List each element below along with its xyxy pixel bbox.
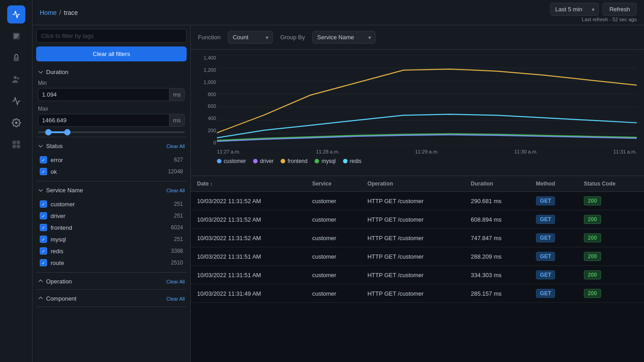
service-route-checkbox[interactable] bbox=[40, 259, 47, 266]
main-content: Home / trace Last 5 min Last 15 min Last… bbox=[33, 0, 644, 362]
group-by-select[interactable]: Service Name Operation Status Code bbox=[312, 31, 376, 44]
service-name-item-route: route 2510 bbox=[38, 257, 185, 269]
duration-min-input[interactable] bbox=[38, 88, 169, 101]
status-clear-link[interactable]: Clear All bbox=[166, 144, 185, 149]
service-name-section-header[interactable]: Service Name Clear All bbox=[36, 182, 187, 198]
cell-status: 200 bbox=[578, 229, 644, 247]
breadcrumb-home[interactable]: Home bbox=[40, 9, 56, 16]
cell-service: customer bbox=[306, 284, 361, 303]
cell-date: 10/03/2022 11:31:49 AM bbox=[191, 284, 306, 303]
service-customer-checkbox[interactable] bbox=[40, 200, 47, 208]
refresh-button[interactable]: Refresh bbox=[602, 3, 637, 16]
status-filter-section: Status Clear All error 627 bbox=[36, 138, 187, 181]
duration-range-slider[interactable] bbox=[38, 131, 185, 133]
header: Home / trace Last 5 min Last 15 min Last… bbox=[33, 0, 644, 25]
status-section-header[interactable]: Status Clear All bbox=[36, 138, 187, 154]
component-section-title: Component bbox=[38, 295, 76, 302]
clear-all-filters-button[interactable]: Clear all filters bbox=[36, 46, 187, 61]
col-header-date[interactable]: Date bbox=[191, 176, 306, 192]
service-frontend-checkbox[interactable] bbox=[40, 224, 47, 231]
time-range-select[interactable]: Last 5 min Last 15 min Last 30 min Last … bbox=[550, 3, 599, 16]
duration-section-header[interactable]: Duration bbox=[36, 64, 187, 80]
service-name-title-label: Service Name bbox=[46, 187, 83, 194]
status-item-ok-left: ok bbox=[40, 168, 57, 175]
duration-min-row: Min ms bbox=[38, 80, 185, 101]
table-body: 10/03/2022 11:31:52 AM customer HTTP GET… bbox=[191, 192, 644, 303]
duration-section-title: Duration bbox=[38, 69, 68, 75]
service-name-item-customer: customer 251 bbox=[38, 198, 185, 210]
service-mysql-checkbox[interactable] bbox=[40, 236, 47, 243]
service-redis-checkbox[interactable] bbox=[40, 247, 47, 255]
breadcrumb: Home / trace bbox=[40, 9, 78, 16]
function-select[interactable]: Count Sum Avg bbox=[228, 31, 273, 44]
operation-clear-link[interactable]: Clear All bbox=[166, 279, 185, 284]
nav-icon-activity[interactable] bbox=[7, 5, 25, 23]
nav-icon-people[interactable] bbox=[7, 70, 25, 88]
cell-service: customer bbox=[306, 229, 361, 247]
chart-area: 1,400 1,200 1,000 800 600 400 200 0 bbox=[191, 50, 644, 176]
function-select-wrapper: Count Sum Avg bbox=[228, 31, 273, 44]
header-actions: Last 5 min Last 15 min Last 30 min Last … bbox=[550, 3, 637, 16]
duration-max-row: Max ms bbox=[38, 106, 185, 127]
service-name-clear-link[interactable]: Clear All bbox=[166, 188, 185, 193]
table-row[interactable]: 10/03/2022 11:31:52 AM customer HTTP GET… bbox=[191, 229, 644, 247]
left-navigation bbox=[0, 0, 33, 362]
svg-rect-11 bbox=[16, 145, 20, 149]
cell-status: 200 bbox=[578, 247, 644, 266]
component-title-label: Component bbox=[46, 295, 76, 302]
component-clear-link[interactable]: Clear All bbox=[166, 296, 185, 302]
cell-status: 200 bbox=[578, 284, 644, 303]
status-ok-label: ok bbox=[51, 168, 57, 175]
cell-operation: HTTP GET /customer bbox=[361, 229, 465, 247]
status-title-label: Status bbox=[46, 143, 63, 149]
cell-duration: 334.303 ms bbox=[465, 266, 530, 284]
operation-section-header[interactable]: Operation Clear All bbox=[36, 274, 187, 289]
component-section-header[interactable]: Component Clear All bbox=[36, 291, 187, 306]
chart-legend: customer driver frontend mysql bbox=[198, 158, 637, 164]
cell-operation: HTTP GET /customer bbox=[361, 192, 465, 210]
svg-rect-8 bbox=[12, 141, 16, 144]
table-row[interactable]: 10/03/2022 11:31:51 AM customer HTTP GET… bbox=[191, 247, 644, 266]
table-row[interactable]: 10/03/2022 11:31:49 AM customer HTTP GET… bbox=[191, 284, 644, 303]
cell-service: customer bbox=[306, 266, 361, 284]
group-by-label: Group By bbox=[280, 34, 305, 41]
status-ok-checkbox[interactable] bbox=[40, 168, 47, 175]
cell-duration: 288.209 ms bbox=[465, 247, 530, 266]
table-row[interactable]: 10/03/2022 11:31:52 AM customer HTTP GET… bbox=[191, 210, 644, 229]
trace-table-area: Date Service Operation Duration Method S… bbox=[191, 176, 644, 362]
nav-icon-chart[interactable] bbox=[7, 92, 25, 110]
cell-method: GET bbox=[530, 247, 578, 266]
legend-frontend: frontend bbox=[281, 158, 307, 164]
svg-point-7 bbox=[15, 122, 17, 124]
cell-date: 10/03/2022 11:31:51 AM bbox=[191, 247, 306, 266]
component-filter-section: Component Clear All bbox=[36, 291, 187, 307]
nav-icon-plugin[interactable] bbox=[7, 135, 25, 153]
legend-mysql-dot bbox=[315, 159, 319, 163]
table-row[interactable]: 10/03/2022 11:31:51 AM customer HTTP GET… bbox=[191, 266, 644, 284]
duration-max-input[interactable] bbox=[38, 114, 169, 127]
cell-date: 10/03/2022 11:31:52 AM bbox=[191, 229, 306, 247]
nav-icon-settings[interactable] bbox=[7, 114, 25, 132]
status-error-checkbox[interactable] bbox=[40, 156, 47, 163]
svg-point-5 bbox=[14, 76, 17, 79]
cell-operation: HTTP GET /customer bbox=[361, 284, 465, 303]
chart-y-labels: 1,400 1,200 1,000 800 600 400 200 0 bbox=[198, 55, 216, 145]
col-header-status-code: Status Code bbox=[578, 176, 644, 192]
status-filter-content: error 627 ok 12048 bbox=[36, 154, 187, 181]
slider-thumb-left[interactable] bbox=[45, 129, 52, 135]
status-item-error-left: error bbox=[40, 156, 63, 163]
operation-filter-section: Operation Clear All bbox=[36, 274, 187, 290]
table-row[interactable]: 10/03/2022 11:31:52 AM customer HTTP GET… bbox=[191, 192, 644, 210]
svg-point-6 bbox=[17, 77, 19, 79]
col-header-duration: Duration bbox=[465, 176, 530, 192]
cell-method: GET bbox=[530, 229, 578, 247]
nav-icon-list[interactable] bbox=[7, 27, 25, 45]
service-driver-checkbox[interactable] bbox=[40, 212, 47, 219]
slider-thumb-right[interactable] bbox=[64, 129, 71, 135]
svg-rect-10 bbox=[12, 145, 16, 149]
cell-status: 200 bbox=[578, 266, 644, 284]
service-name-item-mysql: mysql 251 bbox=[38, 233, 185, 245]
nav-icon-security[interactable] bbox=[7, 49, 25, 67]
col-header-operation: Operation bbox=[361, 176, 465, 192]
tag-filter-input[interactable] bbox=[36, 29, 187, 43]
